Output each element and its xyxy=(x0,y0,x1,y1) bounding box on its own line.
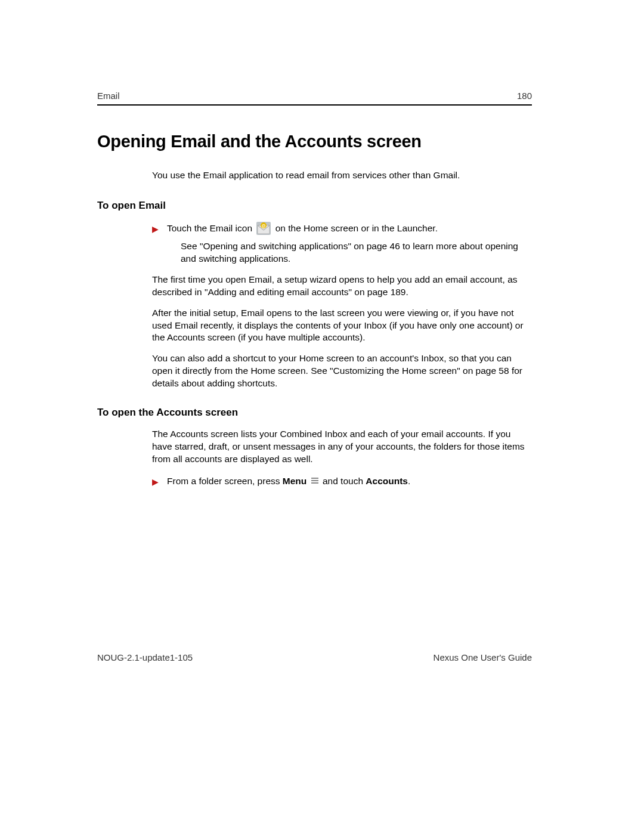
footer-doc-title: Nexus One User's Guide xyxy=(434,652,532,662)
intro-paragraph: You use the Email application to read em… xyxy=(152,169,532,182)
running-header: Email 180 xyxy=(97,91,532,106)
bullet-part: and touch xyxy=(320,476,366,486)
bullet-text-a: Touch the Email icon xyxy=(167,223,252,233)
bullet-text: From a folder screen, press Menu and tou… xyxy=(167,474,532,489)
body-paragraph: The first time you open Email, a setup w… xyxy=(152,274,532,299)
page-footer: NOUG-2.1-update1-105 Nexus One User's Gu… xyxy=(97,652,532,662)
bullet-part: . xyxy=(408,476,410,486)
body-paragraph: The Accounts screen lists your Combined … xyxy=(152,428,532,466)
bullet-part-bold: Accounts xyxy=(366,476,408,486)
bullet-followup: See "Opening and switching applications"… xyxy=(181,240,532,265)
header-page-number: 180 xyxy=(517,91,532,101)
body-paragraph: You can also add a shortcut to your Home… xyxy=(152,352,532,390)
page-title: Opening Email and the Accounts screen xyxy=(97,132,532,151)
header-section: Email xyxy=(97,91,120,101)
bullet-text-b: on the Home screen or in the Launcher. xyxy=(275,223,438,233)
section-heading-open-email: To open Email xyxy=(97,200,532,212)
triangle-bullet-icon: ▶ xyxy=(152,223,159,236)
triangle-bullet-icon: ▶ xyxy=(152,476,159,488)
footer-doc-id: NOUG-2.1-update1-105 xyxy=(97,652,193,662)
svg-text:@: @ xyxy=(262,224,266,228)
bullet-item: ▶ Touch the Email icon @ on the Home scr… xyxy=(152,221,532,236)
body-paragraph: After the initial setup, Email opens to … xyxy=(152,307,532,345)
bullet-text: Touch the Email icon @ on the Home scree… xyxy=(167,221,532,236)
bullet-part: From a folder screen, press xyxy=(167,476,283,486)
email-app-icon: @ xyxy=(256,222,271,235)
section-heading-accounts-screen: To open the Accounts screen xyxy=(97,407,532,419)
menu-icon xyxy=(311,474,319,488)
bullet-part-bold: Menu xyxy=(283,476,306,486)
bullet-item: ▶ From a folder screen, press Menu and t… xyxy=(152,474,532,489)
